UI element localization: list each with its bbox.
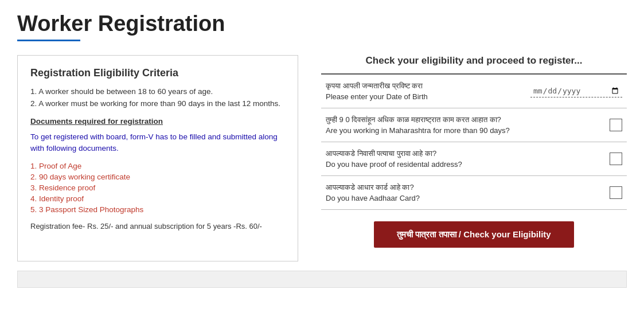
maharashtra-marathi-label: तुम्ही 9 0 दिवसांहून अधिक काळ महाराष्ट्र… [326, 115, 600, 124]
docs-items: 1. Proof of Age 2. 90 days working certi… [30, 162, 285, 214]
doc-item-4: 4. Identity proof [30, 194, 285, 203]
form-row-dob: कृपया आपली जन्मतारीख प्रविष्ट करा Please… [321, 75, 627, 108]
form-row-dob-text: कृपया आपली जन्मतारीख प्रविष्ट करा Please… [326, 81, 521, 101]
check-eligibility-button[interactable]: तुमची पात्रता तपासा / Check your Eligibi… [374, 221, 573, 248]
criteria-item-2: 2. A worker must be working for more tha… [30, 99, 285, 108]
address-control[interactable] [610, 153, 622, 165]
title-underline [17, 40, 80, 41]
left-panel: Registration Eligibility Criteria 1. A w… [17, 55, 298, 261]
bottom-gray-bar [17, 271, 627, 288]
maharashtra-checkbox[interactable] [610, 119, 622, 131]
aadhaar-control[interactable] [610, 186, 622, 199]
right-panel: Check your eligibility and proceed to re… [321, 55, 627, 248]
dob-input[interactable] [530, 85, 622, 97]
eligibility-form: कृपया आपली जन्मतारीख प्रविष्ट करा Please… [321, 73, 627, 210]
dob-control[interactable] [530, 85, 622, 97]
form-row-address-text: आपल्याकडे निवासी पत्याचा पुरावा आहे का? … [326, 149, 600, 169]
doc-item-2: 2. 90 days working certificate [30, 173, 285, 181]
criteria-list: 1. A worker should be between 18 to 60 y… [30, 87, 285, 108]
criteria-title: Registration Eligibility Criteria [30, 67, 285, 79]
doc-item-3: 3. Residence proof [30, 183, 285, 192]
doc-item-5: 5. 3 Passport Sized Photographs [30, 205, 285, 214]
doc-item-1: 1. Proof of Age [30, 162, 285, 170]
aadhaar-checkbox[interactable] [610, 186, 622, 199]
docs-desc: To get registered with board, form-V has… [30, 131, 285, 155]
form-row-aadhaar: आपल्याकडे आधार कार्ड आहे का? Do you have… [321, 176, 627, 210]
right-panel-title: Check your eligibility and proceed to re… [321, 55, 627, 67]
aadhaar-english-label: Do you have Aadhaar Card? [326, 194, 600, 202]
address-marathi-label: आपल्याकडे निवासी पत्याचा पुरावा आहे का? [326, 149, 600, 158]
reg-fee-text: Registration fee- Rs. 25/- and annual su… [30, 222, 285, 230]
dob-marathi-label: कृपया आपली जन्मतारीख प्रविष्ट करा [326, 81, 521, 91]
criteria-item-1: 1. A worker should be between 18 to 60 y… [30, 87, 285, 96]
address-checkbox[interactable] [610, 153, 622, 165]
form-row-maharashtra-text: तुम्ही 9 0 दिवसांहून अधिक काळ महाराष्ट्र… [326, 115, 600, 135]
form-row-aadhaar-text: आपल्याकडे आधार कार्ड आहे का? Do you have… [326, 183, 600, 202]
page-title: Worker Registration [17, 11, 627, 36]
address-english-label: Do you have proof of residental address? [326, 160, 600, 169]
maharashtra-control[interactable] [610, 119, 622, 131]
page-wrapper: Worker Registration Registration Eligibi… [0, 0, 644, 299]
maharashtra-english-label: Are you working in Maharashtra for more … [326, 126, 600, 135]
aadhaar-marathi-label: आपल्याकडे आधार कार्ड आहे का? [326, 183, 600, 192]
form-row-address: आपल्याकडे निवासी पत्याचा पुरावा आहे का? … [321, 142, 627, 176]
docs-title: Documents required for registration [30, 117, 285, 126]
main-content: Registration Eligibility Criteria 1. A w… [17, 55, 627, 261]
dob-english-label: Please enter your Date of Birth [326, 92, 521, 101]
form-row-maharashtra: तुम्ही 9 0 दिवसांहून अधिक काळ महाराष्ट्र… [321, 108, 627, 142]
